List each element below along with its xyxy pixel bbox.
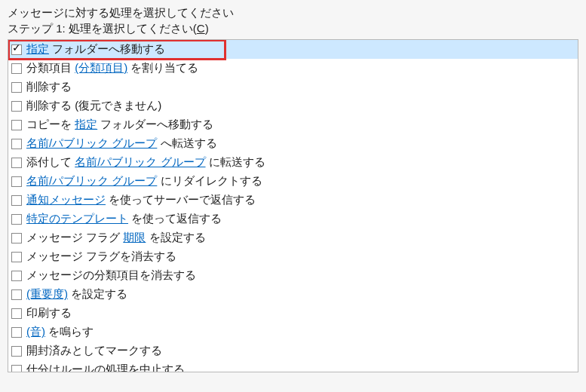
- action-checkbox[interactable]: [11, 327, 22, 338]
- action-checkbox[interactable]: [11, 101, 22, 112]
- action-link-part[interactable]: 名前/パブリック グループ: [26, 174, 157, 187]
- action-text-part: コピーを: [26, 118, 75, 130]
- action-text-part: 添付して: [26, 155, 75, 168]
- action-checkbox[interactable]: [11, 365, 22, 373]
- action-text-part: を使ってサーバーで返信する: [106, 193, 256, 206]
- action-listbox[interactable]: 指定 フォルダーへ移動する分類項目 (分類項目) を割り当てる削除する削除する …: [8, 39, 578, 372]
- action-row[interactable]: 仕分けルールの処理を中止する: [8, 360, 578, 372]
- action-label: 印刷する: [26, 306, 72, 320]
- action-label: 添付して 名前/パブリック グループ に転送する: [26, 155, 265, 170]
- action-row[interactable]: コピーを 指定 フォルダーへ移動する: [8, 115, 578, 134]
- action-text-part: を設定する: [68, 287, 127, 300]
- action-row[interactable]: 分類項目 (分類項目) を割り当てる: [8, 59, 578, 78]
- action-row[interactable]: 通知メッセージ を使ってサーバーで返信する: [8, 191, 578, 210]
- action-link-part[interactable]: 指定: [75, 118, 97, 130]
- action-link-part[interactable]: (分類項目): [75, 61, 127, 74]
- action-label: 通知メッセージ を使ってサーバーで返信する: [26, 193, 256, 207]
- action-label: コピーを 指定 フォルダーへ移動する: [26, 118, 213, 132]
- action-row[interactable]: 指定 フォルダーへ移動する: [8, 40, 578, 59]
- action-row[interactable]: メッセージ フラグを消去する: [8, 247, 578, 266]
- action-label: メッセージ フラグを消去する: [26, 250, 176, 264]
- action-text-part: メッセージ フラグ: [26, 231, 123, 243]
- action-checkbox[interactable]: [11, 346, 22, 357]
- action-label: (重要度) を設定する: [26, 287, 127, 302]
- action-checkbox[interactable]: [11, 82, 22, 93]
- action-row[interactable]: 添付して 名前/パブリック グループ に転送する: [8, 153, 578, 172]
- action-text-part: 分類項目: [26, 61, 75, 74]
- action-text-part: メッセージ フラグを消去する: [26, 250, 176, 262]
- action-label: 名前/パブリック グループ にリダイレクトする: [26, 174, 262, 188]
- action-text-part: フォルダーへ移動する: [97, 118, 213, 130]
- action-row[interactable]: 特定のテンプレート を使って返信する: [8, 210, 578, 228]
- action-link-part[interactable]: 通知メッセージ: [26, 193, 106, 206]
- action-label: 開封済みとしてマークする: [26, 344, 162, 358]
- action-label: メッセージの分類項目を消去する: [26, 268, 196, 283]
- action-label: 特定のテンプレート を使って返信する: [26, 212, 222, 226]
- action-text-part: メッセージの分類項目を消去する: [26, 268, 196, 281]
- action-checkbox[interactable]: [11, 195, 22, 206]
- action-text-part: を鳴らす: [45, 325, 94, 338]
- action-checkbox[interactable]: [11, 139, 22, 149]
- action-row[interactable]: (音) を鳴らす: [8, 323, 578, 341]
- action-text-part: に転送する: [206, 155, 265, 168]
- action-link-part[interactable]: 指定: [26, 42, 49, 55]
- action-label: 削除する: [26, 80, 72, 94]
- action-link-part[interactable]: (重要度): [26, 287, 68, 300]
- action-checkbox[interactable]: [11, 44, 22, 55]
- action-checkbox[interactable]: [11, 252, 22, 262]
- action-label: (音) を鳴らす: [26, 325, 94, 339]
- step-prefix: ステップ 1: 処理を選択してください(: [8, 22, 197, 35]
- action-checkbox[interactable]: [11, 308, 22, 319]
- action-text-part: を設定する: [146, 231, 205, 243]
- action-label: 分類項目 (分類項目) を割り当てる: [26, 61, 198, 75]
- action-checkbox[interactable]: [11, 214, 22, 225]
- action-checkbox[interactable]: [11, 176, 22, 187]
- action-label: 仕分けルールの処理を中止する: [26, 363, 185, 372]
- action-checkbox[interactable]: [11, 271, 22, 281]
- action-checkbox[interactable]: [11, 63, 22, 74]
- action-row[interactable]: 削除する (復元できません): [8, 96, 578, 115]
- action-checkbox[interactable]: [11, 289, 22, 300]
- step-label: ステップ 1: 処理を選択してください(C): [0, 22, 586, 39]
- action-text-part: 削除する (復元できません): [26, 99, 161, 112]
- action-checkbox[interactable]: [11, 233, 22, 243]
- action-row[interactable]: 削除する: [8, 78, 578, 96]
- action-checkbox[interactable]: [11, 158, 22, 168]
- action-row[interactable]: 名前/パブリック グループ にリダイレクトする: [8, 172, 578, 191]
- action-label: メッセージ フラグ 期限 を設定する: [26, 231, 206, 245]
- action-text-part: を使って返信する: [128, 212, 222, 225]
- action-text-part: を割り当てる: [127, 61, 198, 74]
- step-accelerator: C: [197, 22, 205, 35]
- action-text-part: 仕分けルールの処理を中止する: [26, 363, 185, 372]
- action-checkbox[interactable]: [11, 120, 22, 130]
- action-row[interactable]: メッセージ フラグ 期限 を設定する: [8, 228, 578, 247]
- action-text-part: にリダイレクトする: [157, 174, 262, 187]
- action-text-part: 削除する: [26, 80, 72, 93]
- action-link-part[interactable]: 名前/パブリック グループ: [75, 155, 205, 168]
- action-link-part[interactable]: 特定のテンプレート: [26, 212, 128, 225]
- action-row[interactable]: 印刷する: [8, 304, 578, 323]
- action-row[interactable]: (重要度) を設定する: [8, 285, 578, 304]
- action-text-part: 開封済みとしてマークする: [26, 344, 162, 357]
- action-link-part[interactable]: (音): [26, 325, 45, 338]
- action-label: 名前/パブリック グループ へ転送する: [26, 136, 217, 151]
- action-text-part: へ転送する: [157, 136, 216, 149]
- instruction-text: メッセージに対する処理を選択してください: [0, 0, 586, 22]
- action-row[interactable]: 開封済みとしてマークする: [8, 341, 578, 360]
- action-row[interactable]: 名前/パブリック グループ へ転送する: [8, 134, 578, 153]
- action-text-part: フォルダーへ移動する: [49, 42, 165, 55]
- action-link-part[interactable]: 名前/パブリック グループ: [26, 136, 157, 149]
- action-text-part: 印刷する: [26, 306, 72, 319]
- action-label: 削除する (復元できません): [26, 99, 161, 113]
- action-row[interactable]: メッセージの分類項目を消去する: [8, 266, 578, 285]
- action-label: 指定 フォルダーへ移動する: [26, 42, 165, 57]
- step-suffix: ): [205, 22, 209, 35]
- action-link-part[interactable]: 期限: [123, 231, 146, 243]
